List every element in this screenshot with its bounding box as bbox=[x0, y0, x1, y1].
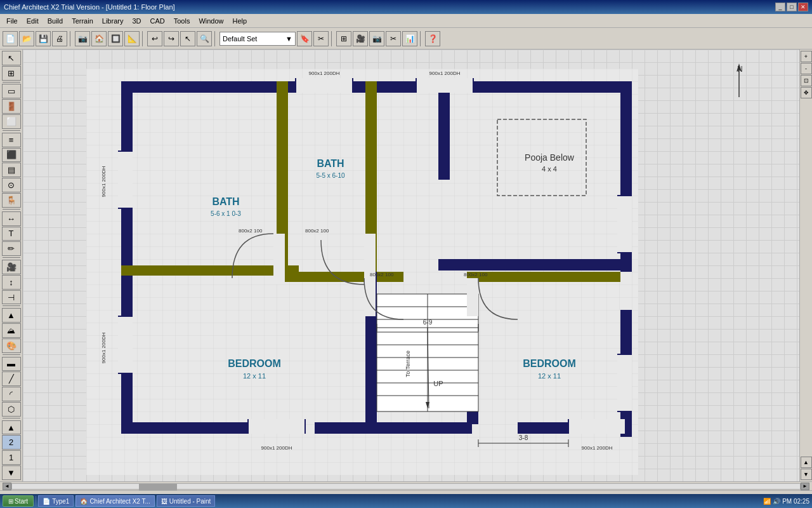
cabinet-tool[interactable]: ▤ bbox=[2, 163, 21, 177]
floorplan-view-button[interactable]: ⊞ bbox=[336, 31, 351, 46]
close-button[interactable]: ✕ bbox=[798, 3, 808, 11]
horizontal-scrollbar[interactable]: ◄ ► bbox=[0, 481, 812, 490]
fill-tool[interactable]: ▬ bbox=[2, 357, 21, 371]
menu-help[interactable]: Help bbox=[229, 16, 251, 26]
menu-build[interactable]: Build bbox=[44, 16, 67, 26]
print-button[interactable]: 🖨 bbox=[52, 31, 67, 46]
scroll-left-button[interactable]: ◄ bbox=[3, 483, 11, 490]
scroll-down-button[interactable]: ▼ bbox=[801, 469, 812, 480]
svg-rect-8 bbox=[121, 81, 133, 434]
scroll-track-h[interactable] bbox=[11, 483, 801, 490]
menu-terrain[interactable]: Terrain bbox=[68, 16, 97, 26]
floor-down-button[interactable]: ▼ bbox=[2, 465, 21, 480]
arc-tool[interactable]: ◜ bbox=[2, 387, 21, 401]
scroll-right-button[interactable]: ► bbox=[801, 483, 809, 490]
taskbar-paint[interactable]: 🖼 Untitled - Paint bbox=[157, 495, 216, 507]
taskbar-separator bbox=[36, 496, 36, 506]
start-label: Start bbox=[15, 498, 28, 505]
select-tool[interactable]: ↖ bbox=[2, 51, 21, 65]
view-set-dropdown[interactable]: Default Set ▼ bbox=[219, 32, 296, 46]
canvas-area[interactable]: N bbox=[23, 50, 799, 481]
terrain-tool[interactable]: ⛰ bbox=[2, 323, 21, 338]
sep6 bbox=[3, 354, 20, 356]
help-button[interactable]: ❓ bbox=[425, 31, 440, 46]
zoom-out-button[interactable]: - bbox=[801, 63, 812, 74]
room-tool[interactable]: ⬛ bbox=[2, 148, 21, 163]
zoom-tool[interactable]: ⊞ bbox=[2, 66, 21, 81]
separator-5 bbox=[420, 31, 422, 46]
minimize-button[interactable]: _ bbox=[775, 3, 785, 11]
scroll-thumb-h[interactable] bbox=[139, 484, 177, 490]
elevation-tool[interactable]: ↕ bbox=[2, 275, 21, 290]
undo-button[interactable]: ↩ bbox=[147, 31, 162, 46]
cam-elevation-button[interactable]: 📊 bbox=[402, 31, 417, 46]
sep4 bbox=[3, 257, 20, 258]
menu-file[interactable]: File bbox=[3, 16, 22, 26]
svg-rect-68 bbox=[617, 196, 632, 253]
save-button[interactable]: 💾 bbox=[36, 31, 51, 46]
taskbar-chief-architect[interactable]: 🏠 Chief Architect X2 T... bbox=[75, 495, 154, 507]
menu-tools[interactable]: Tools bbox=[170, 16, 194, 26]
camera-button[interactable]: 📷 bbox=[75, 31, 90, 46]
select-button[interactable]: ↖ bbox=[180, 31, 195, 46]
cam-section-button[interactable]: ✂ bbox=[386, 31, 401, 46]
section-tool[interactable]: ⊣ bbox=[2, 290, 21, 305]
menu-cad[interactable]: CAD bbox=[146, 16, 168, 26]
polyline-tool[interactable]: ⬡ bbox=[2, 402, 21, 417]
sep2 bbox=[3, 130, 20, 131]
open-button[interactable]: 📂 bbox=[19, 31, 34, 46]
eyedrop-button[interactable]: 🔍 bbox=[197, 31, 212, 46]
dimension-tool[interactable]: ↔ bbox=[2, 211, 21, 226]
svg-text:900x1 200DH: 900x1 200DH bbox=[637, 211, 638, 242]
menu-edit[interactable]: Edit bbox=[23, 16, 43, 26]
wall-tool[interactable]: ▭ bbox=[2, 84, 21, 98]
camera3d-tool[interactable]: 🎥 bbox=[2, 260, 21, 274]
scroll-up-button[interactable]: ▲ bbox=[801, 457, 812, 468]
door-tool[interactable]: 🚪 bbox=[2, 99, 21, 114]
svg-text:900x1 200DH: 900x1 200DH bbox=[429, 70, 461, 76]
type1-label: Type1 bbox=[52, 498, 69, 505]
stair-tool[interactable]: ≡ bbox=[2, 133, 21, 147]
floor-up-button[interactable]: ▲ bbox=[2, 420, 21, 435]
redo-button[interactable]: ↪ bbox=[164, 31, 179, 46]
roof-tool[interactable]: ▲ bbox=[2, 308, 21, 323]
svg-text:UP: UP bbox=[433, 380, 443, 387]
svg-text:800x2 100: 800x2 100 bbox=[305, 228, 329, 234]
pan-button[interactable]: ✥ bbox=[801, 87, 812, 98]
text-tool[interactable]: T bbox=[2, 227, 21, 241]
new-button[interactable]: 📄 bbox=[3, 31, 18, 46]
menu-library[interactable]: Library bbox=[98, 16, 128, 26]
start-button[interactable]: ⊞ Start bbox=[3, 495, 34, 507]
materials-tool[interactable]: 🎨 bbox=[2, 338, 21, 353]
fit-button[interactable]: ⊡ bbox=[801, 75, 812, 86]
svg-rect-14 bbox=[121, 265, 299, 276]
svg-text:5-5 x 6-10: 5-5 x 6-10 bbox=[316, 172, 344, 179]
tb-extra2[interactable]: ✂ bbox=[313, 31, 329, 46]
floor-2-button[interactable]: 2 bbox=[2, 435, 21, 450]
furniture-tool[interactable]: 🪑 bbox=[2, 193, 21, 208]
cad-tool[interactable]: ✏ bbox=[2, 241, 21, 256]
floor-1-button[interactable]: 1 bbox=[2, 450, 21, 465]
view2-button[interactable]: 🔲 bbox=[108, 31, 123, 46]
restore-button[interactable]: □ bbox=[787, 3, 797, 11]
view3-button[interactable]: 📐 bbox=[124, 31, 140, 46]
menu-bar: File Edit Build Terrain Library 3D CAD T… bbox=[0, 14, 812, 28]
main-toolbar: 📄 📂 💾 🖨 📷 🏠 🔲 📐 ↩ ↪ ↖ 🔍 Default Set ▼ 🔖 … bbox=[0, 28, 812, 50]
menu-window[interactable]: Window bbox=[195, 16, 227, 26]
svg-text:12 x 11: 12 x 11 bbox=[538, 372, 561, 380]
svg-text:900x1 200DH: 900x1 200DH bbox=[261, 445, 292, 451]
window-tool[interactable]: ⬜ bbox=[2, 114, 21, 129]
zoom-in-button[interactable]: + bbox=[801, 51, 812, 62]
menu-3d[interactable]: 3D bbox=[128, 16, 145, 26]
cam-ortho-button[interactable]: 📷 bbox=[369, 31, 384, 46]
fixture-tool[interactable]: ⊙ bbox=[2, 178, 21, 192]
view-button[interactable]: 🏠 bbox=[91, 31, 107, 46]
left-toolbar: ↖ ⊞ ▭ 🚪 ⬜ ≡ ⬛ ▤ ⊙ 🪑 ↔ T ✏ 🎥 ↕ ⊣ ▲ ⛰ 🎨 ▬ … bbox=[0, 50, 23, 481]
line-tool[interactable]: ╱ bbox=[2, 371, 21, 386]
title-text: Chief Architect X2 Trial Version - [Unti… bbox=[4, 3, 175, 11]
tb-extra1[interactable]: 🔖 bbox=[297, 31, 312, 46]
cam-perspective-button[interactable]: 🎥 bbox=[353, 31, 368, 46]
svg-rect-88 bbox=[364, 278, 376, 316]
svg-rect-60 bbox=[118, 151, 133, 208]
taskbar-type1[interactable]: 📄 Type1 bbox=[38, 495, 74, 507]
